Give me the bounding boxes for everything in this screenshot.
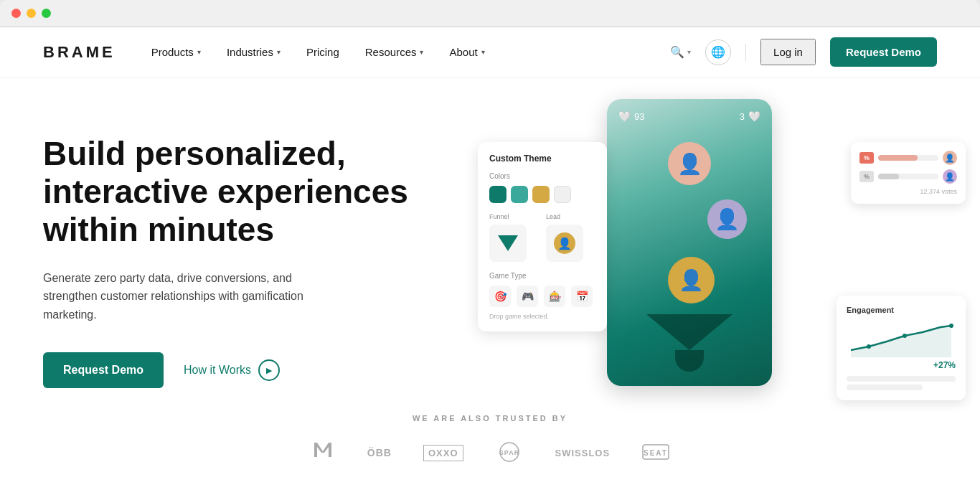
cta-secondary-label: How it Works	[184, 364, 251, 377]
lead-item: Lead 👤	[546, 213, 595, 262]
logo[interactable]: BRAME	[43, 43, 116, 62]
minimize-button[interactable]	[27, 9, 36, 18]
chart-detail-1	[847, 376, 956, 382]
fullscreen-button[interactable]	[42, 9, 51, 18]
logo-spar: SPAR	[495, 441, 524, 465]
drop-game-text: Drop game selected.	[489, 313, 595, 320]
game-type-section: Game Type 🎯 🎮 🎰 📅 Drop game selected.	[489, 272, 595, 320]
svg-text:SPAR: SPAR	[499, 449, 519, 456]
svg-point-5	[867, 344, 871, 349]
play-icon: ▶	[258, 359, 280, 381]
nav-links: Products ▾ Industries ▾ Pricing Resource…	[151, 46, 670, 58]
funnel-top	[646, 314, 732, 350]
navbar: BRAME Products ▾ Industries ▾ Pricing Re…	[0, 27, 980, 77]
vote-bar-track-1	[878, 155, 938, 161]
person-icon: 👤	[715, 207, 740, 231]
lead-icon-box: 👤	[546, 225, 583, 262]
nav-item-industries[interactable]: Industries ▾	[227, 46, 281, 58]
swatch-white[interactable]	[554, 186, 571, 203]
language-selector[interactable]: 🌐	[705, 39, 731, 65]
logo-seat: SEAT	[641, 441, 670, 465]
svg-text:SEAT: SEAT	[644, 449, 668, 457]
logo-swisslos: SWISSLOS	[555, 448, 611, 458]
engagement-chart	[847, 321, 956, 357]
funnel-bottom	[675, 350, 704, 372]
game-icon-3[interactable]: 🎰	[544, 286, 565, 307]
color-swatches	[489, 186, 595, 203]
logo-mcdonalds	[310, 437, 336, 468]
app-screen: 🤍 93 3 🤍 👤 👤 👤	[607, 99, 772, 386]
hero-cta: Request Demo How it Works ▶	[43, 352, 416, 388]
person-icon: 👤	[557, 237, 572, 250]
vote-pct-1: %	[859, 152, 874, 164]
funnel-bowl	[646, 314, 732, 372]
funnel-item: Funnel	[489, 213, 539, 262]
nav-item-about[interactable]: About ▾	[449, 46, 484, 58]
search-icon: 🔍	[670, 45, 684, 59]
avatar-bottom: 👤	[668, 257, 715, 303]
vote-count: 12,374 votes	[859, 188, 957, 195]
chevron-down-icon: ▾	[420, 48, 423, 56]
person-icon: 👤	[679, 268, 704, 292]
lead-label: Lead	[546, 213, 595, 220]
hero-text: Build personalized, interactive experien…	[43, 121, 416, 388]
vote-bar-fill-1	[878, 155, 918, 161]
svg-point-6	[903, 334, 907, 338]
close-button[interactable]	[11, 9, 21, 18]
heart-icon: 🤍	[748, 110, 760, 122]
funnel-lead-row: Funnel Lead 👤	[489, 213, 595, 262]
vote-bar-fill-2	[878, 174, 899, 179]
request-demo-button[interactable]: Request Demo	[830, 37, 937, 67]
game-type-label: Game Type	[489, 272, 595, 280]
avatar-top: 👤	[668, 142, 711, 185]
swatch-teal2[interactable]	[511, 186, 528, 203]
hero-title: Build personalized, interactive experien…	[43, 135, 416, 249]
search-button[interactable]: 🔍 ▾	[670, 45, 691, 59]
swatch-gold[interactable]	[532, 186, 550, 203]
hero-section: Build personalized, interactive experien…	[0, 77, 980, 490]
vote-pct-2: %	[859, 171, 874, 182]
game-icons-row: 🎯 🎮 🎰 📅	[489, 286, 595, 307]
engagement-stat: +27%	[847, 360, 956, 370]
divider	[745, 44, 746, 61]
game-icon-2[interactable]: 🎮	[517, 286, 538, 307]
vote-bar-1: % 👤	[859, 151, 957, 165]
vote-avatar-1: 👤	[943, 151, 957, 165]
cta-primary-button[interactable]: Request Demo	[43, 352, 164, 388]
vote-avatar-2: 👤	[943, 169, 957, 184]
login-button[interactable]: Log in	[760, 39, 816, 65]
chevron-down-icon: ▾	[197, 48, 201, 56]
funnel-icon	[498, 235, 518, 251]
heart-count-right: 3 🤍	[740, 110, 760, 122]
hero-illustration: Custom Theme Colors Funnel	[478, 99, 966, 443]
chevron-down-icon: ▾	[687, 48, 691, 56]
nav-item-resources[interactable]: Resources ▾	[365, 46, 424, 58]
panel-title: Custom Theme	[489, 154, 595, 164]
window-chrome	[0, 0, 980, 27]
chart-detail-2	[847, 385, 923, 390]
engagement-title: Engagement	[847, 306, 956, 314]
logo-obb: ÖBB	[367, 447, 392, 458]
globe-icon: 🌐	[711, 45, 725, 59]
person-icon: 👤	[677, 152, 702, 176]
game-icon-1[interactable]: 🎯	[489, 286, 511, 307]
heart-count-left: 🤍 93	[618, 110, 644, 122]
swatch-teal[interactable]	[489, 186, 507, 203]
funnel-label: Funnel	[489, 213, 539, 220]
vote-bar-2: % 👤	[859, 169, 957, 184]
nav-actions: 🔍 ▾ 🌐 Log in Request Demo	[670, 37, 937, 67]
logo-oxxo: OXXO	[423, 445, 463, 461]
cta-secondary-button[interactable]: How it Works ▶	[184, 359, 280, 381]
screen-header: 🤍 93 3 🤍	[607, 99, 772, 128]
vote-bar-track-2	[878, 174, 938, 179]
custom-theme-panel: Custom Theme Colors Funnel	[478, 142, 607, 331]
heart-icon: 🤍	[618, 110, 631, 122]
nav-item-products[interactable]: Products ▾	[151, 46, 201, 58]
game-icon-4[interactable]: 📅	[571, 286, 593, 307]
colors-label: Colors	[489, 172, 595, 180]
svg-point-7	[949, 324, 953, 328]
funnel-icon-box	[489, 225, 527, 262]
svg-marker-4	[851, 326, 951, 357]
nav-item-pricing[interactable]: Pricing	[306, 46, 339, 58]
chevron-down-icon: ▾	[277, 48, 281, 56]
